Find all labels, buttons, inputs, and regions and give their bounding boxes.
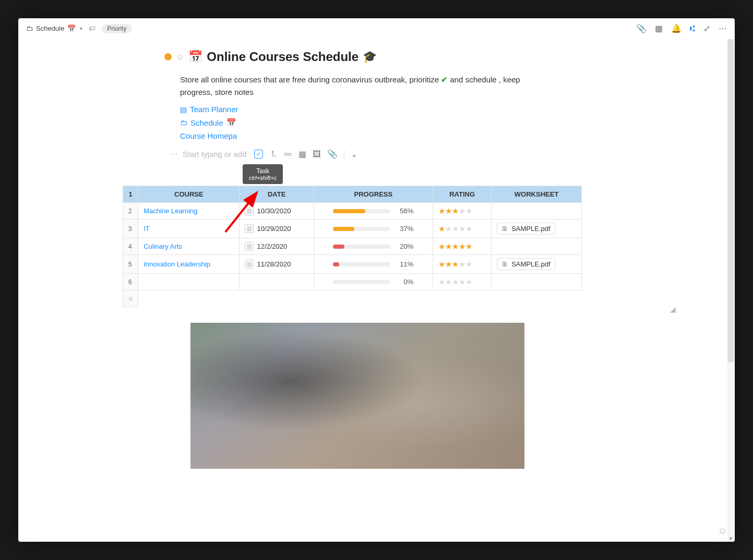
cell-rating[interactable]: ★★★★★ bbox=[433, 255, 492, 274]
table-row[interactable]: 60%★★★★★ bbox=[123, 274, 582, 290]
attach-icon[interactable]: 📎 bbox=[327, 149, 338, 159]
course-link[interactable]: Culinary Arts bbox=[144, 242, 182, 250]
star-icon[interactable]: ★ bbox=[465, 242, 472, 251]
cell-worksheet[interactable] bbox=[492, 238, 582, 255]
col-worksheet[interactable]: WORKSHEET bbox=[492, 186, 582, 203]
cell-rating[interactable]: ★★★★★ bbox=[433, 203, 492, 220]
cell-date[interactable] bbox=[240, 274, 314, 290]
cell-progress[interactable]: 0% bbox=[314, 274, 433, 290]
cell-progress[interactable]: 11% bbox=[314, 255, 433, 274]
star-icon[interactable]: ★ bbox=[438, 206, 445, 215]
chevron-down-icon[interactable]: ▾ bbox=[80, 26, 82, 31]
star-icon[interactable]: ★ bbox=[452, 277, 459, 286]
star-icon[interactable]: ★ bbox=[438, 242, 445, 251]
svg-line-0 bbox=[225, 194, 256, 232]
cell-worksheet[interactable] bbox=[492, 274, 582, 290]
cell-course[interactable] bbox=[138, 274, 240, 290]
date-text: 12/2/2020 bbox=[257, 242, 287, 250]
bell-icon[interactable]: 🔔 bbox=[671, 23, 682, 33]
star-icon[interactable]: ★ bbox=[452, 224, 459, 233]
star-icon[interactable]: ★ bbox=[438, 277, 445, 286]
cell-progress[interactable]: 37% bbox=[314, 220, 433, 238]
link-team-planner[interactable]: ▤ Team Planner bbox=[180, 105, 672, 114]
table-row[interactable]: 5Innovation Leadership▦11/28/202011%★★★★… bbox=[123, 255, 582, 274]
cell-date[interactable]: ▦12/2/2020 bbox=[240, 238, 314, 255]
file-name: SAMPLE.pdf bbox=[511, 260, 550, 268]
table-row[interactable]: 4Culinary Arts▦12/2/202020%★★★★★ bbox=[123, 238, 582, 255]
share-icon[interactable]: ⑆ bbox=[690, 24, 695, 33]
calendar-icon: 📅 bbox=[188, 50, 202, 64]
link-label: Schedule bbox=[190, 118, 223, 127]
status-dot[interactable] bbox=[164, 53, 172, 60]
col-rating[interactable]: RATING bbox=[433, 186, 492, 203]
resize-handle-icon[interactable]: ◢ bbox=[670, 305, 675, 310]
link-course-homepage[interactable]: Course Homepa bbox=[180, 131, 672, 140]
file-chip[interactable]: 🗎SAMPLE.pdf bbox=[497, 223, 555, 235]
star-icon[interactable]: ★ bbox=[465, 206, 472, 215]
cell-worksheet[interactable]: 🗎SAMPLE.pdf bbox=[492, 220, 582, 238]
graduation-icon: 🎓 bbox=[363, 50, 377, 64]
star-icon[interactable]: ★ bbox=[459, 260, 465, 269]
expand-icon[interactable]: ⤢ bbox=[703, 23, 710, 33]
cell-worksheet[interactable]: 🗎SAMPLE.pdf bbox=[492, 255, 582, 274]
cell-rating[interactable]: ★★★★★ bbox=[433, 220, 492, 238]
star-icon[interactable]: ★ bbox=[452, 242, 459, 251]
cell-worksheet[interactable] bbox=[492, 203, 582, 220]
date-icon: ▦ bbox=[245, 260, 254, 268]
star-icon[interactable]: ★ bbox=[459, 277, 465, 286]
editor-placeholder-row[interactable]: ⋯ Start typing or add ✓ ⒈ ≔ ▦ 🖼 📎 ⌄ bbox=[171, 149, 672, 160]
more-icon[interactable]: ⋯ bbox=[719, 23, 727, 33]
star-icon[interactable]: ★ bbox=[445, 206, 452, 215]
cell-rating[interactable]: ★★★★★ bbox=[433, 274, 492, 290]
star-icon[interactable]: ★ bbox=[445, 277, 452, 286]
face-icon[interactable]: ☺ bbox=[176, 52, 184, 62]
star-icon[interactable]: ★ bbox=[465, 277, 472, 286]
task-button[interactable]: ✓ bbox=[254, 150, 263, 159]
cell-date[interactable]: ▦11/28/2020 bbox=[240, 255, 314, 274]
image-icon[interactable]: 🖼 bbox=[313, 150, 321, 159]
link-schedule[interactable]: 🗀 Schedule 📅 bbox=[180, 118, 672, 127]
numbered-list-icon[interactable]: ⒈ bbox=[269, 149, 278, 160]
star-icon[interactable]: ★ bbox=[459, 224, 465, 233]
priority-tag[interactable]: Priority bbox=[102, 24, 132, 33]
breadcrumb[interactable]: 🗀 Schedule 📅 ▾ 🏷 Priority bbox=[26, 24, 132, 33]
cell-course[interactable]: Culinary Arts bbox=[138, 238, 240, 255]
cell-progress[interactable]: 56% bbox=[314, 203, 433, 220]
star-icon[interactable]: ★ bbox=[459, 206, 465, 215]
app-window: 🗀 Schedule 📅 ▾ 🏷 Priority 📎 ▦ 🔔 ⑆ ⤢ ⋯ ▲ … bbox=[18, 18, 735, 542]
drag-handle-icon[interactable]: ⋯ bbox=[171, 150, 177, 159]
star-icon[interactable]: ★ bbox=[445, 242, 452, 251]
attachment-icon[interactable]: 📎 bbox=[636, 23, 647, 33]
star-icon[interactable]: ★ bbox=[465, 224, 472, 233]
table-row[interactable]: 2Machine Learning▦10/30/202056%★★★★★ bbox=[123, 203, 582, 220]
table-icon[interactable]: ▦ bbox=[298, 149, 306, 159]
col-progress[interactable]: PROGRESS bbox=[314, 186, 433, 203]
star-icon[interactable]: ★ bbox=[445, 260, 452, 269]
cell-rating[interactable]: ★★★★★ bbox=[433, 238, 492, 255]
file-chip[interactable]: 🗎SAMPLE.pdf bbox=[497, 258, 555, 270]
check-icon: ✔ bbox=[441, 75, 448, 84]
cell-course[interactable]: Innovation Leadership bbox=[138, 255, 240, 274]
star-icon[interactable]: ★ bbox=[452, 260, 459, 269]
add-row-handle[interactable]: ≡ bbox=[123, 290, 138, 307]
star-icon[interactable]: ★ bbox=[438, 224, 445, 233]
tag-icon[interactable]: 🏷 bbox=[89, 25, 95, 32]
bullet-list-icon[interactable]: ≔ bbox=[284, 149, 292, 159]
file-icon: 🗎 bbox=[501, 260, 508, 268]
star-icon[interactable]: ★ bbox=[438, 260, 445, 269]
star-icon[interactable]: ★ bbox=[452, 206, 459, 215]
course-link[interactable]: IT bbox=[144, 225, 150, 233]
star-icon[interactable]: ★ bbox=[459, 242, 465, 251]
folder-icon: 🗀 bbox=[26, 25, 33, 32]
row-number-header: 1 bbox=[123, 186, 138, 203]
star-icon[interactable]: ★ bbox=[445, 224, 452, 233]
star-icon[interactable]: ★ bbox=[465, 260, 472, 269]
course-link[interactable]: Machine Learning bbox=[144, 207, 197, 215]
cell-progress[interactable]: 20% bbox=[314, 238, 433, 255]
apps-icon[interactable]: ▦ bbox=[655, 23, 663, 33]
more-tools-chevron-icon[interactable]: ⌄ bbox=[351, 149, 357, 159]
feedback-smile-icon[interactable]: ☺ bbox=[718, 526, 727, 537]
table-row[interactable]: 3IT▦10/29/202037%★★★★★🗎SAMPLE.pdf bbox=[123, 220, 582, 238]
course-link[interactable]: Innovation Leadership bbox=[144, 260, 210, 268]
progress-bar bbox=[333, 209, 390, 213]
